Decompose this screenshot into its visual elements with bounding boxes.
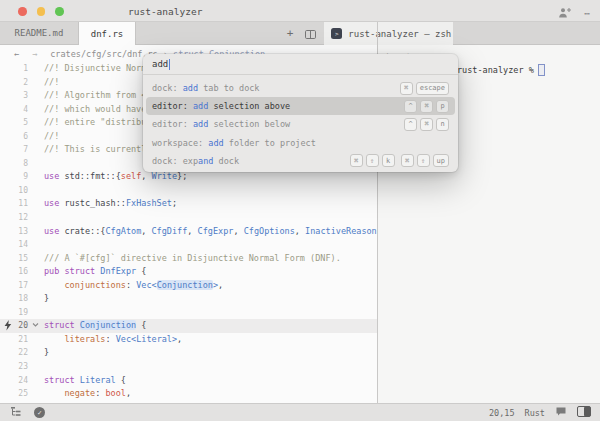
line-number: 20 [0,319,28,333]
language-indicator[interactable]: Rust [525,408,545,418]
code-line[interactable]: 9use std::fmt::{self, Write}; [0,170,377,184]
code-text: } [44,292,49,306]
terminal-icon: > [331,28,342,39]
project-panel-icon[interactable] [10,406,22,419]
shortcut-key: ⌘ [420,100,433,113]
palette-item-text: editor: [152,119,193,129]
shortcut-key: ⇧ [417,154,430,167]
code-line[interactable]: 10 [0,184,377,198]
split-pane-icon[interactable] [305,24,316,43]
code-token: use [44,226,59,236]
command-palette-input[interactable]: add [143,54,458,75]
new-tab-button[interactable]: + [287,28,294,39]
code-token: }; [177,171,187,181]
code-token: , [177,334,182,344]
code-line[interactable]: 11use rustc_hash::FxHashSet; [0,197,377,211]
palette-item-match: add [193,101,208,111]
text-caret [169,59,170,70]
fold-chevron-icon[interactable] [32,319,39,333]
palette-item[interactable]: editor: add selection below^⌘n [146,115,455,133]
diagnostics-ok-icon[interactable]: ✓ [34,407,45,418]
code-token [44,388,64,398]
code-token: ; [172,198,177,208]
palette-item[interactable]: dock: expand dock⌘⇧k⌘⇧up [146,152,455,170]
line-number: 6 [0,130,28,144]
code-line[interactable]: 25 negate: bool, [0,387,377,401]
tab-terminal-label: rust-analyzer — zsh [348,29,451,39]
line-number: 19 [0,306,28,320]
palette-item[interactable]: workspace: add folder to project [146,134,455,152]
palette-item-match: add [193,119,208,129]
line-number: 14 [0,238,28,252]
nav-back-icon[interactable]: ← [14,49,19,59]
minimize-window-button[interactable] [37,7,46,16]
code-token: //! [44,131,59,141]
code-line[interactable]: 21 literals: Vec<Literal>, [0,333,377,347]
tab-terminal[interactable]: > rust-analyzer — zsh [324,22,453,45]
status-bar: ✓ 20,15 Rust [0,403,600,421]
add-collaborator-icon[interactable] [558,4,572,23]
code-token: , [218,280,223,290]
code-line[interactable]: 19 [0,306,377,320]
tab-readme[interactable]: README.md [0,22,79,45]
shortcut-chord: ⌘⇧up [401,154,449,167]
code-token: { [136,320,146,330]
line-number: 8 [0,157,28,171]
code-token: , [126,388,131,398]
code-line[interactable]: 17 conjunctions: Vec<Conjunction>, [0,279,377,293]
shortcut-chord: ^⌘n [404,118,449,131]
code-line[interactable]: 15/// A `#[cfg]` directive in Disjunctiv… [0,252,377,266]
line-number: 10 [0,184,28,198]
code-token: literals [64,334,105,344]
code-line[interactable]: 23 [0,360,377,374]
nav-forward-icon[interactable]: → [32,49,37,59]
feedback-icon[interactable] [555,406,567,419]
code-token: Vec<Literal> [116,334,177,344]
code-line[interactable]: 12 [0,211,377,225]
cursor-position[interactable]: 20,15 [489,408,515,418]
shortcut-key: ⌘ [400,82,413,95]
line-number: 11 [0,197,28,211]
palette-item[interactable]: dock: add tab to dock⌘escape [146,79,455,97]
tab-dnf[interactable]: dnf.rs [79,22,136,45]
code-line[interactable]: 14 [0,238,377,252]
more-menu-button[interactable]: ⋯ [584,8,591,19]
shortcut-chord: ^⌘p [404,100,449,113]
command-palette: add dock: add tab to dock⌘escapeeditor: … [143,54,458,172]
code-text: struct Literal { [44,374,126,388]
shortcut-keys: ^⌘n [404,118,449,131]
code-token: : [126,280,136,290]
code-token: } [44,347,49,357]
code-line[interactable]: 22} [0,346,377,360]
code-token: conjunctions [64,280,125,290]
code-text: literals: Vec<Literal>, [44,333,182,347]
code-token: /// A `#[cfg]` directive in Disjunctive … [44,253,341,263]
zoom-window-button[interactable] [55,7,64,16]
terminal-panel-toggle-icon[interactable] [577,406,591,419]
code-token: bool [105,388,125,398]
window-title: rust-analyzer [128,6,202,17]
line-number: 18 [0,292,28,306]
shortcut-key: n [436,118,449,131]
code-line[interactable]: 18} [0,292,377,306]
code-token: } [44,293,49,303]
code-line[interactable]: 20struct Conjunction { [0,319,377,333]
palette-item-text: selection below [208,119,290,129]
code-token: { [136,266,146,276]
code-line[interactable]: 16pub struct DnfExpr { [0,265,377,279]
palette-item-match: and [198,156,213,166]
shortcut-keys: ⌘escape [400,82,449,95]
palette-item-text: dock: [152,83,183,93]
code-token: struct [44,375,75,385]
line-number: 2 [0,76,28,90]
command-palette-query: add [152,59,168,69]
shortcut-key: ⌘ [350,154,363,167]
close-window-button[interactable] [18,7,27,16]
code-token: { [116,375,126,385]
code-line[interactable]: 24struct Literal { [0,374,377,388]
code-line[interactable]: 13use crate::{CfgAtom, CfgDiff, CfgExpr,… [0,225,377,239]
shortcut-key: ^ [404,118,417,131]
code-token: Conjunction [80,320,136,330]
code-token: CfgExpr [198,226,234,236]
palette-item[interactable]: editor: add selection above^⌘p [146,97,455,115]
